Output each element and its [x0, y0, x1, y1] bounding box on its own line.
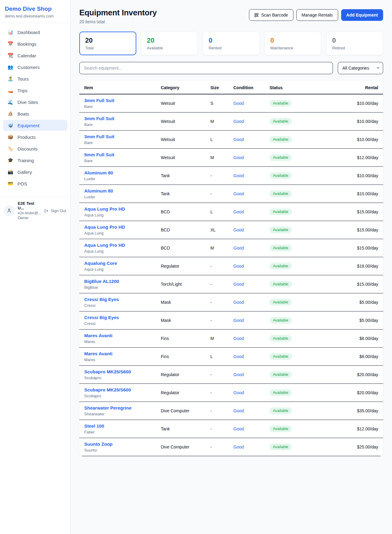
status-badge: Available [270, 281, 292, 288]
item-link[interactable]: 3mm Full Suit [84, 98, 161, 103]
condition-link[interactable]: Good [233, 390, 244, 395]
item-link[interactable]: Aluminum 80 [84, 170, 161, 175]
user-email: e2e-tester@... [18, 211, 41, 215]
table-row: Aluminum 80 Luxfer Tank - Good Available… [79, 185, 383, 203]
item-link[interactable]: Scubapro MK25/S600 [84, 369, 161, 374]
condition-link[interactable]: Good [233, 444, 244, 449]
status-badge: Available [270, 425, 292, 432]
stat-card[interactable]: 0 Maintenance [265, 32, 322, 55]
condition-link[interactable]: Good [233, 354, 244, 359]
category-select[interactable]: All Categories [338, 62, 383, 74]
category-cell: Regulator [161, 384, 210, 402]
sidebar-item-calendar[interactable]: 📆 Calendar [3, 50, 67, 61]
stat-card[interactable]: 0 Retired [326, 32, 383, 55]
table-row: Aqualung Core Aqua Lung Regulator - Good… [79, 257, 383, 275]
condition-link[interactable]: Good [233, 408, 244, 413]
item-link[interactable]: Aqua Lung Pro HD [84, 224, 161, 230]
item-link[interactable]: Mares Avanti [84, 351, 161, 356]
brand-title[interactable]: Demo Dive Shop [5, 6, 66, 12]
size-cell: - [210, 438, 233, 456]
item-cell: Aqua Lung Pro HD Aqua Lung [79, 221, 161, 239]
item-link[interactable]: Aluminum 80 [84, 188, 161, 193]
sign-out-button[interactable]: Sign Out [44, 208, 67, 213]
item-link[interactable]: 3mm Full Suit [84, 134, 161, 139]
manage-rentals-button[interactable]: Manage Rentals [296, 9, 338, 21]
item-cell: 3mm Full Suit Bare [79, 131, 161, 149]
rental-cell: $35.00/day [311, 402, 383, 420]
condition-link[interactable]: Good [233, 209, 244, 214]
condition-link[interactable]: Good [233, 155, 244, 160]
sidebar-item-customers[interactable]: 👥 Customers [3, 62, 67, 73]
category-cell: Wetsuit [161, 149, 210, 167]
stat-card[interactable]: 20 Available [141, 32, 198, 55]
table-row: Mares Avanti Mares Fins L Good Available… [79, 348, 383, 366]
stat-card[interactable]: 0 Rented [203, 32, 260, 55]
item-brand: Aqua Lung [84, 231, 161, 235]
category-cell: Wetsuit [161, 113, 210, 131]
item-link[interactable]: 3mm Full Suit [84, 116, 161, 121]
stat-label: Total [85, 46, 130, 50]
sidebar-item-equipment[interactable]: 🤿 Equipment [3, 120, 67, 131]
condition-link[interactable]: Good [233, 101, 244, 106]
table-row: 3mm Full Suit Bare Wetsuit L Good Availa… [79, 131, 383, 149]
sidebar-item-trips[interactable]: 🚤 Trips [3, 85, 67, 96]
bar-chart-icon: 📊 [7, 29, 13, 35]
item-cell: Mares Avanti Mares [79, 348, 161, 366]
scan-barcode-button[interactable]: Scan Barcode [249, 9, 293, 21]
col-header-rental: Rental [311, 81, 383, 94]
condition-link[interactable]: Good [233, 426, 244, 431]
status-badge: Available [270, 299, 292, 306]
stat-label: Available [147, 46, 192, 50]
condition-link[interactable]: Good [233, 173, 244, 178]
status-cell: Available [270, 94, 311, 113]
item-link[interactable]: Suunto Zoop [84, 441, 161, 447]
condition-link[interactable]: Good [233, 264, 244, 269]
credit-card-icon: 💳 [7, 181, 13, 186]
size-cell: - [210, 366, 233, 384]
search-input[interactable] [79, 62, 333, 74]
item-link[interactable]: 5mm Full Suit [84, 152, 161, 157]
item-brand: Suunto [84, 448, 161, 452]
item-link[interactable]: Shearwater Peregrine [84, 405, 161, 410]
condition-link[interactable]: Good [233, 246, 244, 250]
sidebar-item-pos[interactable]: 💳 POS [3, 178, 67, 189]
item-link[interactable]: Scubapro MK25/S600 [84, 387, 161, 392]
condition-link[interactable]: Good [233, 282, 244, 287]
category-cell: Regulator [161, 366, 210, 384]
sidebar-item-bookings[interactable]: 📅 Bookings [3, 38, 67, 49]
sidebar-item-training[interactable]: 🎓 Training [3, 155, 67, 166]
item-link[interactable]: Cressi Big Eyes [84, 297, 161, 302]
condition-link[interactable]: Good [233, 336, 244, 341]
condition-link[interactable]: Good [233, 300, 244, 305]
item-cell: Cressi Big Eyes Cressi [79, 293, 161, 311]
sidebar-item-tours[interactable]: 🏝️ Tours [3, 73, 67, 84]
rental-cell: $8.00/day [311, 330, 383, 348]
item-link[interactable]: Aqua Lung Pro HD [84, 242, 161, 248]
sidebar-item-gallery[interactable]: 📸 Gallery [3, 166, 67, 177]
item-link[interactable]: Cressi Big Eyes [84, 315, 161, 320]
sidebar-item-products[interactable]: 📦 Products [3, 132, 67, 143]
stat-value: 0 [332, 36, 377, 44]
user-name: E2E Test U... [18, 201, 41, 210]
item-link[interactable]: Steel 100 [84, 423, 161, 429]
item-link[interactable]: Mares Avanti [84, 333, 161, 338]
condition-link[interactable]: Good [233, 372, 244, 377]
condition-link[interactable]: Good [233, 191, 244, 196]
item-cell: 5mm Full Suit Bare [79, 149, 161, 167]
condition-cell: Good [233, 131, 270, 149]
add-equipment-button[interactable]: Add Equipment [341, 9, 383, 21]
condition-link[interactable]: Good [233, 318, 244, 323]
item-link[interactable]: Aqua Lung Pro HD [84, 206, 161, 212]
status-badge: Available [270, 100, 292, 107]
item-link[interactable]: Aqualung Core [84, 261, 161, 266]
condition-link[interactable]: Good [233, 137, 244, 142]
table-header: Item Category Size Condition Status Rent… [79, 81, 383, 94]
sidebar-item-discounts[interactable]: 🏷️ Discounts [3, 143, 67, 154]
condition-link[interactable]: Good [233, 227, 244, 232]
sidebar-item-dive-sites[interactable]: 🌊 Dive Sites [3, 97, 67, 108]
sidebar-item-dashboard[interactable]: 📊 Dashboard [3, 27, 67, 38]
item-link[interactable]: BigBlue AL1200 [84, 279, 161, 284]
sidebar-item-boats[interactable]: ⛵ Boats [3, 108, 67, 119]
condition-link[interactable]: Good [233, 119, 244, 124]
stat-card[interactable]: 20 Total [79, 32, 136, 55]
